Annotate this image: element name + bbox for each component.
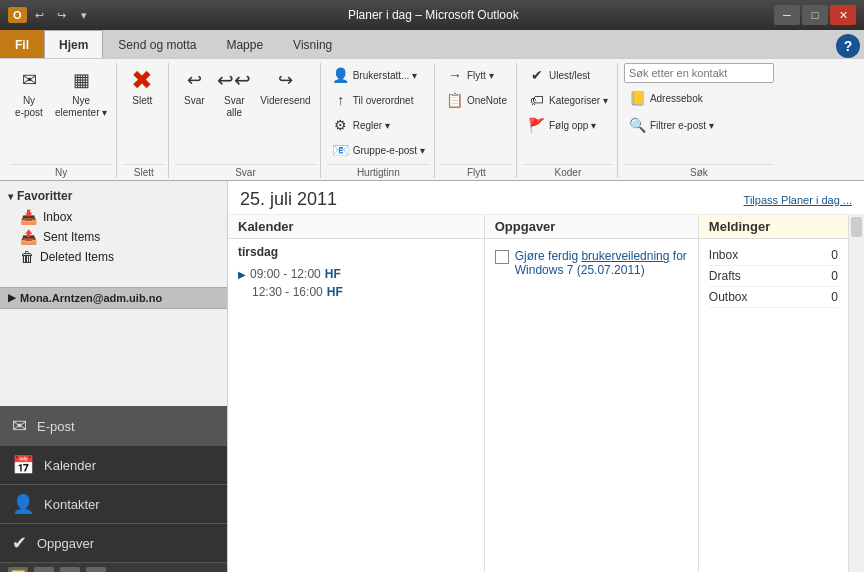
nav-epost[interactable]: ✉ E-post [0, 407, 227, 445]
filtrer-button[interactable]: 🔍 Filtrer e-post ▾ [624, 113, 719, 137]
inbox-message-count: 0 [831, 248, 838, 262]
message-row-outbox: Outbox 0 [709, 287, 838, 308]
adressebok-button[interactable]: 📒 Adressebok [624, 86, 708, 110]
task-item-1: Gjøre ferdig brukerveiledning for Window… [495, 245, 688, 281]
messages-header: Meldinger [699, 215, 848, 239]
sidebar-item-deleted[interactable]: 🗑 Deleted Items [0, 247, 227, 267]
bruker-button[interactable]: 👤 Brukerstatt... ▾ [327, 63, 422, 87]
calendar-event-1: ▶ 09:00 - 12:00 HF [238, 265, 474, 283]
tab-hjem[interactable]: Hjem [44, 30, 103, 58]
flytt-button[interactable]: → Flytt ▾ [441, 63, 501, 87]
nav-kontakter[interactable]: 👤 Kontakter [0, 484, 227, 523]
new-email-label: Nye-post [15, 95, 43, 119]
reply-all-button[interactable]: ↩↩ Svaralle [215, 63, 253, 122]
ulest-button[interactable]: ✔ Ulest/lest [523, 63, 595, 87]
overordnet-button[interactable]: ↑ Til overordnet [327, 88, 419, 112]
ribbon-group-flytt: → Flytt ▾ 📋 OneNote Flytt [437, 63, 517, 178]
sok-content: 📒 Adressebok 🔍 Filtrer e-post ▾ [624, 63, 774, 162]
drafts-message-label: Drafts [709, 269, 741, 283]
tasks-content: Gjøre ferdig brukerveiledning for Window… [485, 239, 698, 572]
drafts-message-count: 0 [831, 269, 838, 283]
quick-access: O ↩ ↪ ▾ [8, 6, 93, 24]
deleted-icon: 🗑 [20, 249, 34, 265]
ribbon-group-svar: ↩ Svar ↩↩ Svaralle ↪ Videresend Svar [171, 63, 320, 178]
new-items-button[interactable]: ▦ Nyeelementer ▾ [50, 63, 112, 122]
sidebar-empty [0, 309, 227, 407]
slett-buttons: ✖ Slett [123, 63, 164, 162]
close-button[interactable]: ✕ [830, 5, 856, 25]
main-content: 25. juli 2011 Tilpass Planer i dag ... K… [228, 181, 864, 572]
forward-icon: ↪ [271, 66, 299, 94]
task-link[interactable]: brukerveiledning [581, 249, 669, 263]
window-controls: ─ □ ✕ [774, 5, 856, 25]
outlook-icon[interactable]: O [8, 7, 27, 23]
planner-scrollbar[interactable] [848, 215, 864, 572]
task-checkbox-1[interactable] [495, 250, 509, 264]
tab-mappe[interactable]: Mappe [211, 30, 278, 58]
ribbon-group-hurtigtinn: 👤 Brukerstatt... ▾ ↑ Til overordnet ⚙ Re… [323, 63, 435, 178]
folg-opp-button[interactable]: 🚩 Følg opp ▾ [523, 113, 601, 137]
maximize-button[interactable]: □ [802, 5, 828, 25]
kalender-nav-label: Kalender [44, 458, 96, 473]
epost-nav-icon: ✉ [12, 415, 27, 437]
inbox-message-label: Inbox [709, 248, 738, 262]
bottom-icon-dropdown[interactable]: ▾ [86, 567, 106, 572]
tasks-header: Oppgaver [485, 215, 698, 239]
delete-label: Slett [132, 95, 152, 106]
messages-content: Inbox 0 Drafts 0 Outbox 0 [699, 239, 848, 572]
gruppe-button[interactable]: 📧 Gruppe-e-post ▾ [327, 138, 430, 162]
folg-opp-icon: 🚩 [528, 116, 546, 134]
reply-button[interactable]: ↩ Svar [175, 63, 213, 109]
event1-title[interactable]: HF [325, 267, 341, 281]
ny-group-label: Ny [10, 164, 112, 178]
sidebar-item-sent[interactable]: 📤 Sent Items [0, 227, 227, 247]
task-text-1[interactable]: Gjøre ferdig brukerveiledning for Window… [515, 249, 688, 277]
bottom-icon-1[interactable]: 🟨 [8, 567, 28, 572]
calendar-day: tirsdag [238, 245, 474, 259]
new-email-button[interactable]: ✉ Nye-post [10, 63, 48, 122]
planner-header: 25. juli 2011 Tilpass Planer i dag ... [228, 181, 864, 215]
contact-search-input[interactable] [624, 63, 774, 83]
sidebar: ▾ Favoritter 📥 Inbox 📤 Sent Items 🗑 Dele… [0, 181, 228, 572]
new-email-icon: ✉ [15, 66, 43, 94]
minimize-button[interactable]: ─ [774, 5, 800, 25]
event2-title[interactable]: HF [327, 285, 343, 299]
messages-column: Meldinger Inbox 0 Drafts 0 Outbox 0 [699, 215, 848, 572]
account-arrow: ▶ [8, 292, 16, 303]
sidebar-item-inbox[interactable]: 📥 Inbox [0, 207, 227, 227]
undo-button[interactable]: ↩ [31, 6, 49, 24]
nav-kalender[interactable]: 📅 Kalender [0, 445, 227, 484]
nav-oppgaver[interactable]: ✔ Oppgaver [0, 523, 227, 562]
outbox-message-label: Outbox [709, 290, 748, 304]
favorites-header[interactable]: ▾ Favoritter [0, 185, 227, 207]
event2-time: 12:30 - 16:00 [252, 285, 323, 299]
bottom-icon-3[interactable]: ✎ [60, 567, 80, 572]
koder-buttons: ✔ Ulest/lest 🏷 Kategoriser ▾ 🚩 Følg opp … [523, 63, 613, 162]
tab-file[interactable]: Fil [0, 30, 44, 58]
tab-send[interactable]: Send og motta [103, 30, 211, 58]
tasks-column: Oppgaver Gjøre ferdig brukerveiledning f… [485, 215, 699, 572]
filtrer-label: Filtrer e-post ▾ [650, 120, 714, 131]
bruker-icon: 👤 [332, 66, 350, 84]
kategoriser-button[interactable]: 🏷 Kategoriser ▾ [523, 88, 613, 112]
bottom-icon-2[interactable]: 📁 [34, 567, 54, 572]
redo-button[interactable]: ↪ [53, 6, 71, 24]
onenote-button[interactable]: 📋 OneNote [441, 88, 512, 112]
ny-buttons: ✉ Nye-post ▦ Nyeelementer ▾ [10, 63, 112, 162]
tab-visning[interactable]: Visning [278, 30, 347, 58]
ribbon-group-koder: ✔ Ulest/lest 🏷 Kategoriser ▾ 🚩 Følg opp … [519, 63, 618, 178]
quickaccess-dropdown[interactable]: ▾ [75, 6, 93, 24]
help-button[interactable]: ? [836, 34, 860, 58]
planner-customize[interactable]: Tilpass Planer i dag ... [744, 194, 852, 206]
account-header[interactable]: ▶ Mona.Arntzen@adm.uib.no [0, 287, 227, 309]
bruker-label: Brukerstatt... ▾ [353, 70, 417, 81]
delete-button[interactable]: ✖ Slett [123, 63, 161, 109]
flytt-label: Flytt ▾ [467, 70, 494, 81]
forward-button[interactable]: ↪ Videresend [255, 63, 315, 109]
ulest-label: Ulest/lest [549, 70, 590, 81]
inbox-label: Inbox [43, 210, 72, 224]
scroll-thumb[interactable] [851, 217, 862, 237]
planner-columns: Kalender tirsdag ▶ 09:00 - 12:00 HF 12:3… [228, 215, 848, 572]
regler-button[interactable]: ⚙ Regler ▾ [327, 113, 395, 137]
svar-buttons: ↩ Svar ↩↩ Svaralle ↪ Videresend [175, 63, 315, 162]
